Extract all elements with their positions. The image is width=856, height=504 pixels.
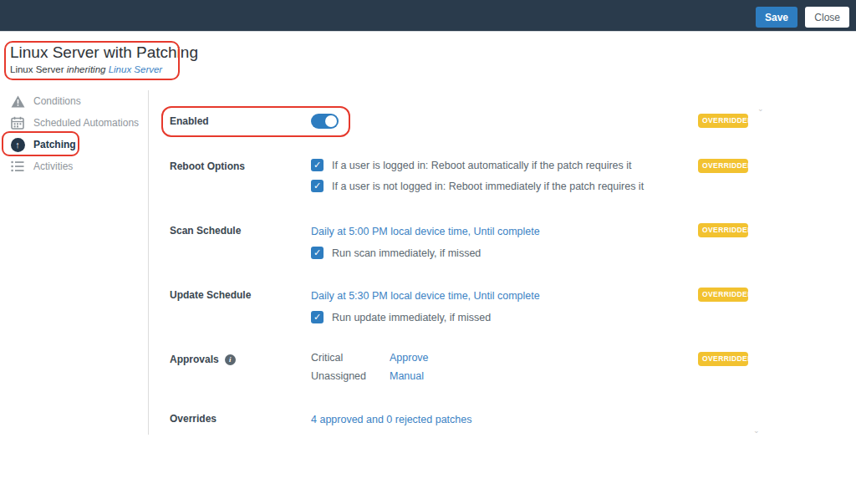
scrollbar-artifact-bottom: ⌄ — [753, 426, 760, 435]
overridden-badge: OVERRIDDEN — [698, 288, 748, 302]
run-scan-if-missed-checkbox[interactable] — [311, 247, 324, 259]
approvals-label: Approvals — [170, 354, 219, 365]
reboot-option-row: If a user is not logged in: Reboot immed… — [311, 180, 698, 192]
sidebar-divider — [148, 90, 149, 435]
sidebar-item-label: Activities — [33, 160, 73, 172]
subtitle-policy-name: Linux Server — [10, 64, 67, 74]
sidebar: Conditions Scheduled Automations ↑ Patch… — [10, 90, 144, 177]
overridden-badge: OVERRIDDEN — [698, 223, 748, 237]
sidebar-item-scheduled-automations[interactable]: Scheduled Automations — [10, 112, 144, 134]
severity-label: Unassigned — [311, 370, 390, 382]
info-icon[interactable]: i — [225, 354, 236, 365]
section-enabled: Enabled OVERRIDDEN — [170, 114, 748, 129]
critical-approve-link[interactable]: Approve — [390, 352, 698, 364]
section-reboot-options: Reboot Options If a user is logged in: R… — [170, 159, 748, 192]
update-schedule-link[interactable]: Daily at 5:30 PM local device time, Unti… — [311, 290, 540, 302]
toggle-knob — [325, 115, 337, 127]
severity-label: Critical — [311, 352, 390, 364]
scan-option-row: Run scan immediately, if missed — [311, 247, 698, 259]
scrollbar-artifact-top: ⌄ — [757, 104, 764, 113]
reboot-option-row: If a user is logged in: Reboot automatic… — [311, 159, 698, 171]
save-button[interactable]: Save — [756, 7, 797, 28]
enabled-toggle[interactable] — [311, 114, 339, 129]
scan-schedule-label: Scan Schedule — [170, 223, 311, 237]
overrides-patches-link[interactable]: 4 approved and 0 rejected patches — [311, 414, 472, 425]
sidebar-item-label: Conditions — [33, 95, 81, 107]
top-bar: Save Close — [0, 0, 856, 32]
section-approvals: Approvals i Critical Approve Unassigned … — [170, 352, 748, 382]
reboot-options-label: Reboot Options — [170, 159, 311, 172]
checkbox-label: If a user is not logged in: Reboot immed… — [332, 181, 644, 192]
overridden-badge: OVERRIDDEN — [698, 114, 748, 128]
overrides-label: Overrides — [170, 411, 311, 425]
enabled-label: Enabled — [170, 114, 311, 127]
checkbox-label: Run scan immediately, if missed — [332, 247, 481, 259]
update-schedule-label: Update Schedule — [170, 288, 311, 301]
parent-policy-link[interactable]: Linux Server — [109, 64, 163, 74]
logged-in-checkbox[interactable] — [311, 159, 324, 171]
sidebar-item-conditions[interactable]: Conditions — [10, 90, 144, 112]
approval-row: Critical Approve — [311, 352, 698, 364]
checkbox-label: Run update immediately, if missed — [332, 312, 491, 323]
checkbox-label: If a user is logged in: Reboot automatic… — [332, 160, 632, 171]
approval-row: Unassigned Manual — [311, 370, 698, 382]
unassigned-manual-link[interactable]: Manual — [390, 370, 698, 382]
warning-triangle-icon — [10, 94, 25, 109]
arrow-up-circle-icon: ↑ — [10, 137, 25, 152]
sidebar-item-patching[interactable]: ↑ Patching — [10, 134, 144, 155]
section-scan-schedule: Scan Schedule Daily at 5:00 PM local dev… — [170, 223, 748, 259]
sidebar-item-activities[interactable]: Activities — [10, 155, 144, 177]
close-button[interactable]: Close — [805, 7, 849, 28]
section-update-schedule: Update Schedule Daily at 5:30 PM local d… — [170, 288, 748, 323]
calendar-icon — [10, 115, 25, 130]
list-icon — [10, 159, 25, 174]
subtitle-inheriting-text: inheriting — [67, 64, 109, 74]
page-subtitle: Linux Server inheriting Linux Server — [10, 64, 162, 74]
run-update-if-missed-checkbox[interactable] — [311, 311, 324, 323]
scan-schedule-link[interactable]: Daily at 5:00 PM local device time, Unti… — [311, 226, 540, 237]
overridden-badge: OVERRIDDEN — [698, 352, 748, 366]
update-option-row: Run update immediately, if missed — [311, 311, 698, 323]
overridden-badge: OVERRIDDEN — [698, 159, 748, 173]
sidebar-item-label: Patching — [33, 139, 76, 150]
section-overrides: Overrides 4 approved and 0 rejected patc… — [170, 411, 748, 426]
page-title: Linux Server with Patching — [10, 43, 198, 62]
sidebar-item-label: Scheduled Automations — [33, 117, 139, 129]
not-logged-in-checkbox[interactable] — [311, 180, 324, 192]
